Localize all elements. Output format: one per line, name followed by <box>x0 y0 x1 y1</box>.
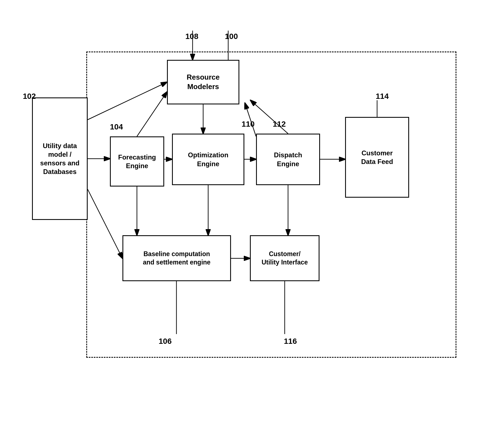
diagram: Utility data model / sensors and Databas… <box>0 0 504 429</box>
label-110: 110 <box>242 120 255 129</box>
label-106: 106 <box>159 337 172 346</box>
resource-modelers-label: ResourceModelers <box>187 73 220 92</box>
utility-db-box: Utility data model / sensors and Databas… <box>32 97 88 220</box>
baseline-engine-box: Baseline computationand settlement engin… <box>122 235 231 281</box>
customer-utility-label: Customer/Utility Interface <box>262 250 308 267</box>
resource-modelers-box: ResourceModelers <box>167 60 239 104</box>
label-100: 100 <box>225 32 238 41</box>
utility-db-label: Utility data model / sensors and Databas… <box>36 141 84 176</box>
customer-data-feed-box: CustomerData Feed <box>345 117 409 198</box>
optimization-engine-label: OptimizationEngine <box>188 151 228 168</box>
label-108: 108 <box>185 32 198 41</box>
customer-data-feed-label: CustomerData Feed <box>361 149 393 166</box>
dispatch-engine-label: DispatchEngine <box>274 151 302 168</box>
forecasting-engine-label: ForecastingEngine <box>118 153 156 170</box>
label-114: 114 <box>376 92 389 101</box>
label-102: 102 <box>23 92 36 101</box>
label-104: 104 <box>110 122 123 131</box>
optimization-engine-box: OptimizationEngine <box>172 134 244 185</box>
label-116: 116 <box>284 337 297 346</box>
system-boundary-box <box>86 52 456 358</box>
baseline-engine-label: Baseline computationand settlement engin… <box>143 250 211 267</box>
customer-utility-box: Customer/Utility Interface <box>250 235 319 281</box>
forecasting-engine-box: ForecastingEngine <box>110 136 164 187</box>
dispatch-engine-box: DispatchEngine <box>256 134 320 185</box>
label-112: 112 <box>273 120 286 129</box>
